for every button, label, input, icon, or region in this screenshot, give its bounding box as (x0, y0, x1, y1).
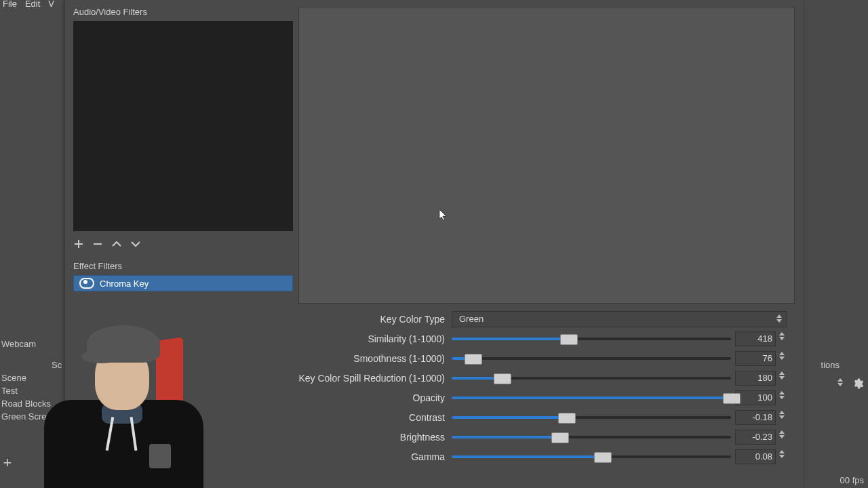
spinner-buttons[interactable] (777, 371, 787, 386)
remove-filter-icon[interactable] (92, 239, 103, 249)
prop-label: Smoothness (1-1000) (298, 353, 452, 364)
filter-properties: Key Color Type Green Similarity (1-1000)… (298, 310, 787, 468)
menu-edit[interactable]: Edit (25, 0, 40, 9)
prop-contrast: Contrast -0.18 (298, 409, 787, 426)
select-value: Green (459, 314, 484, 324)
menu-view-fragment[interactable]: V (48, 0, 54, 9)
move-down-icon[interactable] (130, 241, 141, 247)
prop-smoothness: Smoothness (1-1000) 76 (298, 350, 787, 367)
opacity-slider[interactable] (452, 396, 731, 399)
visibility-eye-icon[interactable] (79, 278, 94, 289)
filter-item-label: Chroma Key (100, 279, 149, 289)
prop-label: Key Color Spill Reduction (1-1000) (298, 373, 452, 384)
gamma-slider[interactable] (452, 455, 731, 458)
audio-video-filters-list[interactable] (73, 21, 293, 231)
move-up-icon[interactable] (111, 241, 122, 247)
prop-key-color-type: Key Color Type Green (298, 310, 787, 328)
brightness-slider[interactable] (452, 436, 731, 439)
select-arrows-icon (776, 314, 782, 323)
spinner-buttons[interactable] (777, 410, 787, 425)
similarity-value-input[interactable]: 418 (735, 331, 776, 346)
prop-brightness: Brightness -0.23 (298, 428, 787, 446)
brightness-value-input[interactable]: -0.23 (735, 430, 776, 445)
contrast-slider[interactable] (452, 416, 731, 419)
add-filter-icon[interactable] (73, 239, 84, 249)
contrast-value-input[interactable]: -0.18 (735, 410, 776, 425)
fps-status: 00 fps (840, 475, 864, 485)
chair (156, 337, 183, 409)
spinner-buttons[interactable] (777, 351, 787, 366)
audio-video-filters-header: Audio/Video Filters (73, 7, 293, 17)
spill-slider[interactable] (452, 377, 731, 380)
smoothness-value-input[interactable]: 76 (735, 351, 776, 366)
spinner-buttons[interactable] (777, 390, 787, 405)
presenter-cap-brim (81, 351, 122, 363)
spinner-buttons[interactable] (777, 331, 787, 346)
smoothness-slider[interactable] (452, 357, 731, 360)
spill-value-input[interactable]: 180 (735, 371, 776, 386)
menu-bar: File Edit V (0, 0, 57, 9)
filter-item-chroma-key[interactable]: Chroma Key (73, 275, 293, 291)
prop-gamma: Gamma 0.08 (298, 448, 787, 466)
av-filter-toolbar (73, 237, 293, 251)
similarity-slider[interactable] (452, 338, 731, 340)
prop-label: Brightness (298, 432, 452, 443)
transitions-header-fragment: tions (821, 360, 840, 370)
gamma-value-input[interactable]: 0.08 (735, 449, 776, 464)
duration-spinner[interactable] (835, 378, 845, 390)
prop-similarity: Similarity (1-1000) 418 (298, 330, 787, 348)
spinner-buttons[interactable] (777, 449, 787, 464)
prop-spill: Key Color Spill Reduction (1-1000) 180 (298, 369, 787, 387)
prop-label: Similarity (1-1000) (298, 333, 452, 344)
spinner-buttons[interactable] (777, 430, 787, 445)
filter-preview (298, 7, 795, 304)
opacity-value-input[interactable]: 100 (735, 390, 776, 405)
webcam-overlay (0, 319, 237, 488)
prop-label: Opacity (298, 392, 452, 403)
menu-file[interactable]: File (3, 0, 17, 9)
key-color-type-select[interactable]: Green (452, 311, 787, 327)
settings-gear-icon[interactable] (852, 378, 864, 390)
prop-label: Gamma (298, 451, 452, 462)
prop-opacity: Opacity 100 (298, 389, 787, 407)
effect-filters-header: Effect Filters (73, 261, 293, 271)
hoodie-logo (149, 444, 171, 468)
prop-label: Contrast (298, 412, 452, 423)
prop-label: Key Color Type (298, 314, 452, 325)
